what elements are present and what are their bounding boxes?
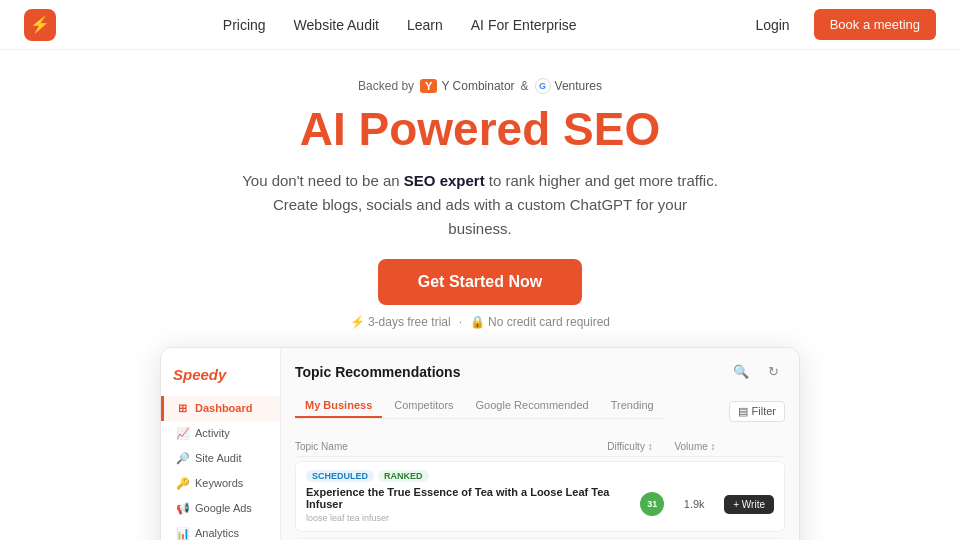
book-meeting-button[interactable]: Book a meeting: [814, 9, 936, 40]
content-tabs: My Business Competitors Google Recommend…: [295, 394, 664, 419]
yc-badge: Y: [420, 79, 437, 93]
nav-enterprise[interactable]: AI For Enterprise: [471, 17, 577, 33]
topic-title: Experience the True Essence of Tea with …: [306, 486, 640, 510]
difficulty-badge: 31: [640, 492, 664, 516]
topic-tags: SCHEDULED RANKED: [306, 470, 774, 482]
refresh-icon[interactable]: ↻: [761, 360, 785, 384]
nav-learn[interactable]: Learn: [407, 17, 443, 33]
sidebar-item-label: Site Audit: [195, 452, 241, 464]
flash-icon: ⚡: [350, 315, 365, 329]
ampersand: &: [521, 79, 529, 93]
hero-heading: AI Powered SEO: [20, 104, 940, 155]
filter-label: Filter: [752, 405, 776, 417]
analytics-icon: 📊: [176, 527, 189, 540]
table-header: Topic Name Difficulty ↕ Volume ↕: [295, 437, 785, 457]
nav-logo: ⚡: [24, 9, 56, 41]
nav-pricing[interactable]: Pricing: [223, 17, 266, 33]
card-note: 🔒 No credit card required: [470, 315, 610, 329]
write-button[interactable]: + Write: [724, 495, 774, 514]
tag-ranked: RANKED: [378, 470, 429, 482]
dashboard-preview: Speedy ⊞ Dashboard 📈 Activity 🔎 Site Aud…: [160, 347, 800, 540]
hero-subtitle: You don't need to be an SEO expert to ra…: [240, 169, 720, 241]
main-content: Topic Recommendations 🔍 ↻ My Business Co…: [281, 348, 799, 540]
sidebar-item-keywords[interactable]: 🔑 Keywords: [161, 471, 280, 496]
dot-separator: ·: [459, 315, 462, 329]
yc-label: Y Combinator: [441, 79, 514, 93]
sidebar-logo-text: Speedy: [173, 366, 226, 383]
sidebar-item-label: Analytics: [195, 527, 239, 539]
tag-scheduled: SCHEDULED: [306, 470, 374, 482]
col-difficulty-header: Difficulty ↕: [595, 441, 665, 452]
tab-google-recommended[interactable]: Google Recommended: [466, 394, 599, 418]
nav-website-audit[interactable]: Website Audit: [294, 17, 379, 33]
sidebar-item-analytics[interactable]: 📊 Analytics: [161, 521, 280, 540]
sidebar-nav: ⊞ Dashboard 📈 Activity 🔎 Site Audit 🔑 Ke…: [161, 396, 280, 540]
sidebar-item-google-ads[interactable]: 📢 Google Ads: [161, 496, 280, 521]
trial-note: ⚡ 3-days free trial: [350, 315, 451, 329]
content-title: Topic Recommendations: [295, 364, 460, 380]
sidebar-item-label: Keywords: [195, 477, 243, 489]
cta-button[interactable]: Get Started Now: [378, 259, 582, 305]
backed-label: Backed by: [358, 79, 414, 93]
topic-meta: Experience the True Essence of Tea with …: [306, 486, 640, 523]
g-badge-container: G Ventures: [535, 78, 602, 94]
filter-button[interactable]: ▤ Filter: [729, 401, 785, 422]
nav-right: Login Book a meeting: [743, 9, 936, 40]
dashboard-icon: ⊞: [176, 402, 189, 415]
nav-links: Pricing Website Audit Learn AI For Enter…: [223, 17, 577, 33]
col-topic-header: Topic Name: [295, 441, 595, 452]
g-badge: G: [535, 78, 551, 94]
yc-badge-container: Y Y Combinator: [420, 79, 515, 93]
sidebar-item-dashboard[interactable]: ⊞ Dashboard: [161, 396, 280, 421]
table-row: SCHEDULED RANKED Experience the True Ess…: [295, 461, 785, 532]
activity-icon: 📈: [176, 427, 189, 440]
hero-section: Backed by Y Y Combinator & G Ventures AI…: [0, 50, 960, 347]
search-icon[interactable]: 🔍: [729, 360, 753, 384]
hero-heading-text: AI Powered SEO: [300, 103, 660, 155]
sidebar-item-label: Google Ads: [195, 502, 252, 514]
sidebar-item-activity[interactable]: 📈 Activity: [161, 421, 280, 446]
logo-letter: ⚡: [30, 15, 50, 34]
backed-by: Backed by Y Y Combinator & G Ventures: [20, 78, 940, 94]
navbar: ⚡ Pricing Website Audit Learn AI For Ent…: [0, 0, 960, 50]
header-icons: 🔍 ↻: [729, 360, 785, 384]
login-button[interactable]: Login: [743, 11, 801, 39]
tab-trending[interactable]: Trending: [601, 394, 664, 418]
sidebar-item-site-audit[interactable]: 🔎 Site Audit: [161, 446, 280, 471]
tab-competitors[interactable]: Competitors: [384, 394, 463, 418]
tab-my-business[interactable]: My Business: [295, 394, 382, 418]
sidebar-item-label: Activity: [195, 427, 230, 439]
topic-row-inner: Experience the True Essence of Tea with …: [306, 486, 774, 523]
google-ads-icon: 📢: [176, 502, 189, 515]
sidebar: Speedy ⊞ Dashboard 📈 Activity 🔎 Site Aud…: [161, 348, 281, 540]
sidebar-item-label: Dashboard: [195, 402, 252, 414]
topic-keywords: loose leaf tea infuser: [306, 513, 640, 523]
volume-number: 1.9k: [664, 498, 724, 510]
sidebar-logo: Speedy: [161, 358, 280, 396]
content-header: Topic Recommendations 🔍 ↻: [295, 360, 785, 384]
hero-note: ⚡ 3-days free trial · 🔒 No credit card r…: [20, 315, 940, 329]
col-volume-header: Volume ↕: [665, 441, 725, 452]
keywords-icon: 🔑: [176, 477, 189, 490]
filter-icon: ▤: [738, 405, 748, 418]
ventures-label: Ventures: [555, 79, 602, 93]
site-audit-icon: 🔎: [176, 452, 189, 465]
shield-icon: 🔒: [470, 315, 485, 329]
